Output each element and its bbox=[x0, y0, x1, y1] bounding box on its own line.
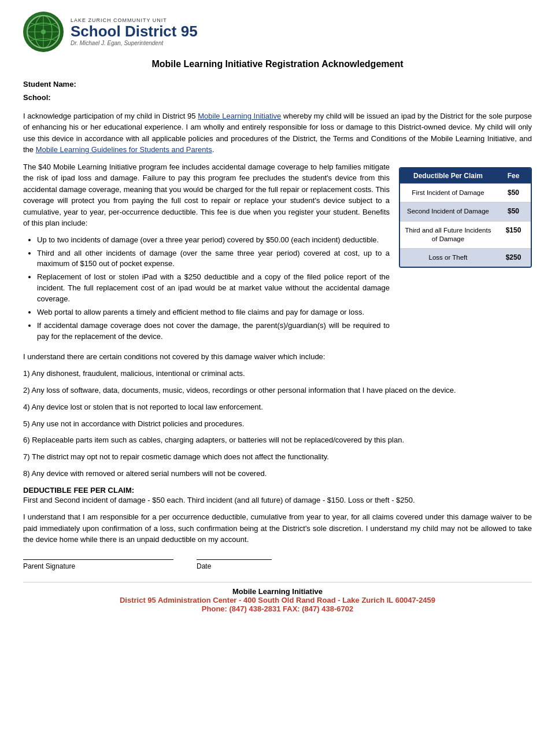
logo-text-block: LAKE ZURICH COMMUNITY UNIT School Distri… bbox=[71, 17, 198, 46]
footer-address: District 95 Administration Center - 400 … bbox=[23, 596, 532, 604]
bullet-4: Web portal to allow parents a timely and… bbox=[37, 307, 390, 318]
deductible-table: Deductible Per Claim Fee First Incident … bbox=[399, 167, 532, 268]
student-name-label: Student Name: bbox=[23, 78, 532, 91]
mobile-learning-link[interactable]: Mobile Learning Initiative bbox=[198, 112, 281, 120]
table-row-3: Third and all Future Incidents of Damage… bbox=[400, 221, 531, 248]
school-label: School: bbox=[23, 91, 532, 104]
footer: Mobile Learning Initiative District 95 A… bbox=[23, 582, 532, 613]
condition-6: 6) Replaceable parts item such as cables… bbox=[23, 434, 532, 447]
row2-fee: $50 bbox=[496, 202, 531, 221]
page-header: LAKE ZURICH COMMUNITY UNIT School Distri… bbox=[23, 12, 532, 52]
student-info: Student Name: School: bbox=[23, 78, 532, 105]
bullet-2: Third and all other incidents of damage … bbox=[37, 248, 390, 270]
parent-signature-label: Parent Signature bbox=[23, 562, 173, 570]
condition-7: 7) The district may opt not to repair co… bbox=[23, 451, 532, 463]
row4-fee: $250 bbox=[496, 249, 531, 267]
condition-1: 1) Any dishonest, fraudulent, malicious,… bbox=[23, 368, 532, 380]
page-title: Mobile Learning Initiative Registration … bbox=[23, 59, 532, 69]
left-column: The $40 Mobile Learning Initiative progr… bbox=[23, 161, 390, 346]
bullet-1: Up to two incidents of damage (over a th… bbox=[37, 235, 390, 246]
deductible-fee-text: First and Second incident of damage - $5… bbox=[23, 495, 532, 506]
intro-paragraph: I acknowledge participation of my child … bbox=[23, 110, 532, 156]
signature-line bbox=[23, 559, 173, 560]
condition-5: 5) Any use not in accordance with Distri… bbox=[23, 418, 532, 430]
condition-2: 2) Any loss of software, data, documents… bbox=[23, 385, 532, 397]
col-header-fee: Fee bbox=[496, 168, 531, 183]
guidelines-link[interactable]: Mobile Learning Guidelines for Students … bbox=[36, 145, 212, 154]
table-row-1: First Incident of Damage $50 bbox=[400, 183, 531, 202]
right-column: Deductible Per Claim Fee First Incident … bbox=[399, 161, 532, 346]
parent-signature-block: Parent Signature bbox=[23, 559, 173, 570]
row3-label: Third and all Future Incidents of Damage bbox=[400, 222, 496, 248]
col-header-claim: Deductible Per Claim bbox=[400, 168, 496, 183]
deductible-fee-section: DEDUCTIBLE FEE PER CLAIM: First and Seco… bbox=[23, 486, 532, 506]
conditions-intro: I understand there are certain condition… bbox=[23, 351, 532, 363]
footer-phone: Phone: (847) 438-2831 FAX: (847) 438-670… bbox=[23, 604, 532, 613]
row3-fee: $150 bbox=[496, 222, 531, 248]
row4-label: Loss or Theft bbox=[400, 249, 496, 267]
benefits-list: Up to two incidents of damage (over a th… bbox=[37, 235, 390, 342]
date-label: Date bbox=[197, 562, 272, 570]
logo-main-text: School District 95 bbox=[71, 23, 198, 40]
two-col-section: The $40 Mobile Learning Initiative progr… bbox=[23, 161, 532, 346]
row1-fee: $50 bbox=[496, 184, 531, 202]
table-row-2: Second Incident of Damage $50 bbox=[400, 202, 531, 221]
row2-label: Second Incident of Damage bbox=[400, 202, 496, 221]
bullet-5: If accidental damage coverage does not c… bbox=[37, 320, 390, 342]
table-header: Deductible Per Claim Fee bbox=[400, 168, 531, 183]
logo-area: LAKE ZURICH COMMUNITY UNIT School Distri… bbox=[23, 12, 198, 52]
date-block: Date bbox=[197, 559, 272, 570]
signature-section: Parent Signature Date bbox=[23, 559, 532, 570]
condition-4: 4) Any device lost or stolen that is not… bbox=[23, 401, 532, 414]
footer-title: Mobile Learning Initiative bbox=[23, 587, 532, 596]
conditions-section: I understand there are certain condition… bbox=[23, 351, 532, 480]
row1-label: First Incident of Damage bbox=[400, 184, 496, 202]
school-logo bbox=[23, 12, 64, 52]
program-fee-para: The $40 Mobile Learning Initiative progr… bbox=[23, 161, 390, 229]
deductible-fee-label: DEDUCTIBLE FEE PER CLAIM: bbox=[23, 486, 532, 495]
bullet-3: Replacement of lost or stolen iPad with … bbox=[37, 272, 390, 305]
logo-sub-text: Dr. Michael J. Egan, Superintendent bbox=[71, 40, 198, 46]
final-paragraph: I understand that I am responsible for a… bbox=[23, 511, 532, 545]
condition-8: 8) Any device with removed or altered se… bbox=[23, 468, 532, 480]
table-row-4: Loss or Theft $250 bbox=[400, 248, 531, 267]
date-line bbox=[197, 559, 272, 560]
